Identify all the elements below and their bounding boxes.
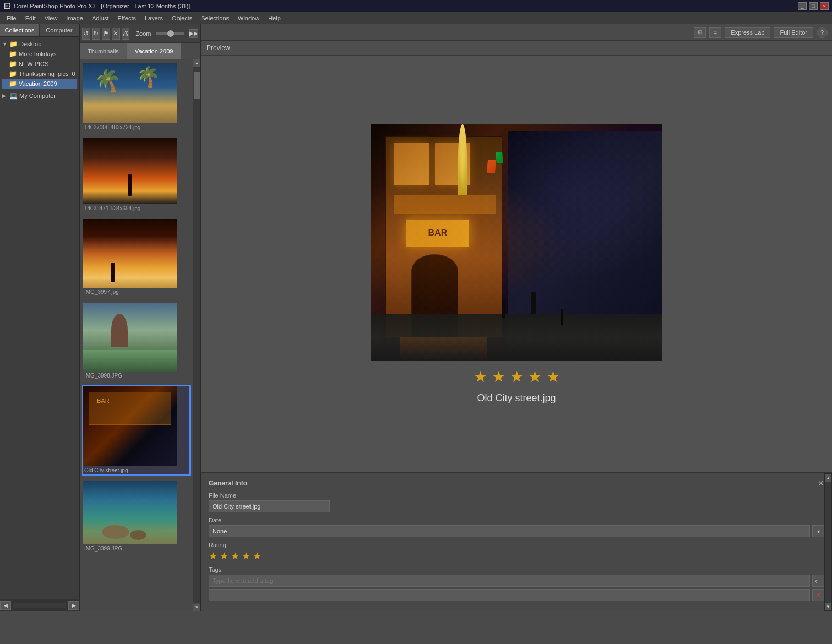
preview-image-container: BAR (360, 113, 673, 415)
folder-tree: ▼ 📁 Desktop 📁 More holidays 📁 NEW PICS 📁… (0, 37, 79, 599)
info-fields: File Name Date ▾ Rating ★ (209, 492, 824, 605)
info-filename-label: File Name (209, 492, 824, 499)
menu-edit[interactable]: Edit (21, 14, 40, 23)
menu-image[interactable]: Image (62, 14, 88, 23)
info-tag-remove-button[interactable]: ✕ (812, 589, 824, 601)
info-scroll-up-button[interactable]: ▲ (825, 474, 831, 482)
tab-computer[interactable]: Computer (40, 24, 79, 36)
grid-view-button[interactable]: ⊞ (694, 27, 706, 38)
tree-item-new-pics[interactable]: 📁 NEW PICS (2, 59, 77, 69)
tree-item-thanksgiving[interactable]: 📁 Thanksgiving_pics_0 (2, 69, 77, 79)
main-layout: Collections Computer ▼ 📁 Desktop 📁 More … (0, 24, 832, 611)
menu-layers[interactable]: Layers (140, 14, 167, 23)
zoom-thumb[interactable] (167, 30, 174, 37)
info-header: General Info ✕ (209, 479, 824, 488)
info-tags-input-2[interactable] (209, 589, 810, 601)
info-star-1[interactable]: ★ (209, 550, 217, 562)
menu-window[interactable]: Window (233, 14, 264, 23)
preview-star-1: ★ (474, 368, 487, 386)
thumbnail-scroll-area[interactable]: 🌴 🌴 14027008-483x724.jpg 14033471-534x65… (80, 59, 193, 611)
preview-filename: Old City street.jpg (477, 392, 556, 404)
minimize-button[interactable]: _ (798, 2, 807, 10)
tab-thumbnails[interactable]: Thumbnails (80, 43, 127, 59)
menu-adjust[interactable]: Adjust (88, 14, 113, 23)
menu-selections[interactable]: Selections (197, 14, 233, 23)
print-button[interactable]: 🖨 (122, 28, 130, 40)
tree-item-desktop[interactable]: ▼ 📁 Desktop (2, 39, 77, 49)
expand-panel-button[interactable]: ▶▶ (189, 29, 198, 38)
rotate-left-button[interactable]: ↺ (82, 28, 90, 40)
close-button[interactable]: × (820, 2, 829, 10)
info-star-3[interactable]: ★ (231, 550, 240, 562)
tree-item-more-holidays[interactable]: 📁 More holidays (2, 49, 77, 59)
scroll-up-button[interactable]: ▲ (193, 59, 200, 67)
thumbnail-image-6 (83, 481, 177, 544)
thumbnail-item-3[interactable]: IMG_3997.jpg (82, 218, 191, 297)
info-filename-input[interactable] (209, 500, 330, 512)
scroll-down-button[interactable]: ▼ (193, 603, 200, 611)
tree-item-mycomputer[interactable]: ▶ 💻 My Computer (2, 91, 77, 101)
info-date-picker-button[interactable]: ▾ (812, 525, 824, 537)
info-title: General Info (209, 479, 247, 487)
maximize-button[interactable]: □ (809, 2, 818, 10)
thumbnail-label-4: IMG_3998.JPG (83, 372, 189, 380)
info-close-button[interactable]: ✕ (818, 479, 824, 488)
tree-item-vacation2009[interactable]: 📁 Vacation 2009 (2, 79, 77, 89)
menu-effects[interactable]: Effects (113, 14, 140, 23)
express-lab-button[interactable]: Express Lab (725, 27, 770, 38)
thumbnail-item-2[interactable]: 14033471-534x654.jpg (82, 137, 191, 214)
thumbnail-item-4[interactable]: IMG_3998.JPG (82, 302, 191, 381)
tab-collections[interactable]: Collections (0, 24, 40, 36)
info-panel: General Info ✕ File Name Date ▾ (201, 472, 832, 611)
tab-bar: Thumbnails Vacation 2009 (80, 43, 200, 59)
zoom-slider[interactable] (156, 32, 185, 35)
sidebar-tabs: Collections Computer (0, 24, 79, 37)
thumbnail-item-1[interactable]: 🌴 🌴 14027008-483x724.jpg (82, 62, 191, 133)
menu-view[interactable]: View (40, 14, 62, 23)
tree-label-more-holidays: More holidays (19, 51, 56, 57)
sidebar-prev-button[interactable]: ◀ (0, 601, 11, 610)
delete-button[interactable]: ✕ (112, 28, 120, 40)
sidebar-next-button[interactable]: ▶ (68, 601, 79, 610)
thumbnail-item-6[interactable]: IMG_3399.JPG (82, 480, 191, 554)
title-bar-left: 🖼 Corel PaintShop Photo Pro X3 - [Organi… (3, 2, 190, 10)
info-tag-add-button[interactable]: 🏷 (812, 575, 824, 587)
info-star-5[interactable]: ★ (253, 550, 262, 562)
sidebar: Collections Computer ▼ 📁 Desktop 📁 More … (0, 24, 80, 611)
info-filename-field: File Name (209, 492, 824, 512)
flag-button[interactable]: ⚑ (102, 28, 110, 40)
list-view-button[interactable]: ≡ (709, 27, 721, 38)
scroll-track (193, 67, 200, 603)
info-date-input[interactable] (209, 525, 810, 537)
info-scroll-track (825, 482, 831, 603)
thumbnail-label-6: IMG_3399.JPG (83, 544, 189, 553)
thumbnail-label-3: IMG_3997.jpg (83, 288, 189, 296)
preview-main: BAR (201, 56, 832, 472)
tab-vacation2009[interactable]: Vacation 2009 (127, 43, 182, 59)
thumbnail-item-5[interactable]: BAR Old City street.jpg (82, 385, 191, 476)
full-editor-button[interactable]: Full Editor (774, 27, 813, 38)
info-star-2[interactable]: ★ (220, 550, 229, 562)
app-icon: 🖼 (3, 2, 10, 10)
menu-file[interactable]: File (2, 14, 21, 23)
menu-help[interactable]: Help (264, 14, 285, 23)
thumbnail-scrollbar: ▲ ▼ (193, 59, 200, 611)
tree-label-new-pics: NEW PICS (19, 61, 48, 67)
menu-objects[interactable]: Objects (167, 14, 197, 23)
scroll-thumb[interactable] (194, 72, 200, 99)
info-tags-label: Tags (209, 566, 824, 573)
preview-star-2: ★ (492, 368, 505, 386)
info-star-4[interactable]: ★ (242, 550, 251, 562)
folder-icon-new-pics: 📁 (9, 60, 17, 68)
info-tags-input[interactable] (209, 575, 810, 587)
info-left: File Name Date ▾ Rating ★ (209, 492, 824, 605)
tree-label-desktop: Desktop (19, 41, 41, 47)
help-button[interactable]: ? (817, 27, 828, 38)
tag-add-icon: 🏷 (815, 578, 821, 584)
folder-icon-more-holidays: 📁 (9, 50, 17, 58)
rotate-right-button[interactable]: ↻ (92, 28, 100, 40)
preview-star-5: ★ (546, 368, 560, 386)
info-scroll-down-button[interactable]: ▼ (825, 603, 831, 610)
tree-label-mycomputer: My Computer (19, 92, 56, 99)
info-date-label: Date (209, 517, 824, 523)
